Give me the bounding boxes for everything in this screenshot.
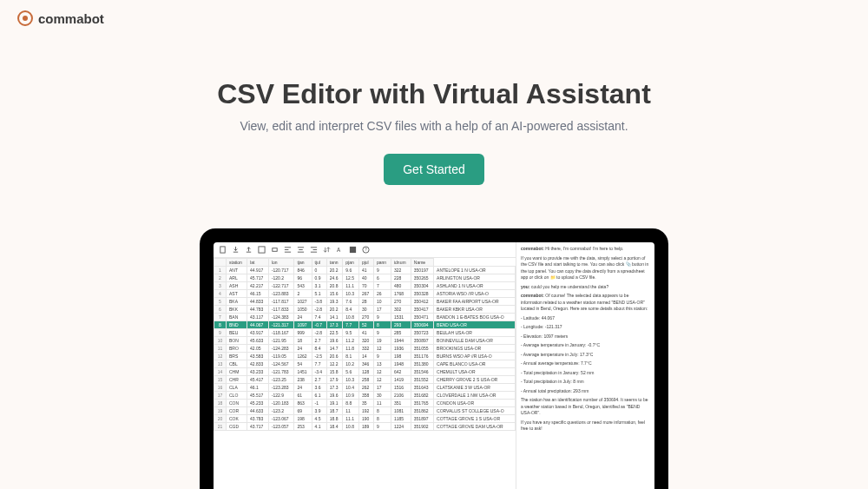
svg-text:A: A (337, 247, 341, 253)
svg-text:?: ? (365, 248, 367, 252)
chat-bullet: - Latitude: 44.067 (521, 315, 650, 322)
chat-panel: commabot: Hi there, I'm commabot! I'm he… (516, 242, 654, 489)
page-subtitle: View, edit and interpret CSV files with … (17, 119, 851, 133)
font-icon[interactable]: A (336, 246, 344, 254)
header: commabot (0, 0, 868, 36)
sort-icon[interactable] (323, 246, 331, 254)
brand-name: commabot (38, 11, 104, 26)
save-icon[interactable] (258, 246, 266, 254)
upload-icon[interactable] (245, 246, 253, 254)
table[interactable]: stationlatlontjantjultannpjanpjulpannidn… (214, 258, 516, 489)
chat-msg: The station has an identification number… (521, 397, 650, 417)
app-screen: A ? stationlatlontjantjultannpjanpjulpan… (214, 242, 654, 489)
align-right-icon[interactable] (310, 246, 318, 254)
device-frame: A ? stationlatlontjantjultannpjanpjulpan… (200, 228, 668, 489)
chat-bullet: - Annual average temperature: 7.7°C (521, 360, 650, 367)
print-icon[interactable] (271, 246, 279, 254)
svg-rect-1 (259, 247, 265, 253)
svg-rect-2 (273, 248, 277, 252)
download-icon[interactable] (232, 246, 240, 254)
align-left-icon[interactable] (284, 246, 292, 254)
chat-msg: If you have any specific questions or ne… (521, 420, 650, 433)
chat-bullet: - Total precipitation in July: 8 mm (521, 379, 650, 386)
chat-msg: commabot: Hi there, I'm commabot! I'm he… (521, 246, 650, 253)
align-center-icon[interactable] (297, 246, 305, 254)
spreadsheet-panel: A ? stationlatlontjantjultannpjanpjulpan… (214, 242, 516, 489)
preview: A ? stationlatlontjantjultannpjanpjulpan… (0, 228, 868, 489)
chat-msg: If you want to provide me with the data,… (521, 255, 650, 281)
svg-rect-4 (350, 247, 356, 253)
chat-msg: commabot: Of course! The selected data a… (521, 293, 650, 313)
fill-icon[interactable] (349, 246, 357, 254)
chat-bullet: - Average temperature in January: -0.7°C (521, 342, 650, 349)
page-title: CSV Editor with Virtual Assistant (17, 78, 851, 110)
get-started-button[interactable]: Get Started (384, 154, 484, 185)
chat-bullet: - Elevation: 1097 meters (521, 334, 650, 340)
toolbar: A ? (214, 242, 516, 258)
chat-bullet: - Annual total precipitation: 293 mm (521, 388, 650, 395)
chat-bullet: - Total precipitation in January: 52 mm (521, 370, 650, 377)
logo-icon (17, 10, 33, 26)
help-icon[interactable]: ? (362, 246, 370, 254)
paste-icon[interactable] (219, 246, 227, 254)
chat-msg: you: could you help me understand the da… (521, 284, 650, 291)
chat-bullet: - Longitude: -121.317 (521, 324, 650, 331)
svg-rect-0 (220, 247, 225, 253)
hero: CSV Editor with Virtual Assistant View, … (0, 36, 868, 211)
chat-bullet: - Average temperature in July: 17.3°C (521, 352, 650, 359)
